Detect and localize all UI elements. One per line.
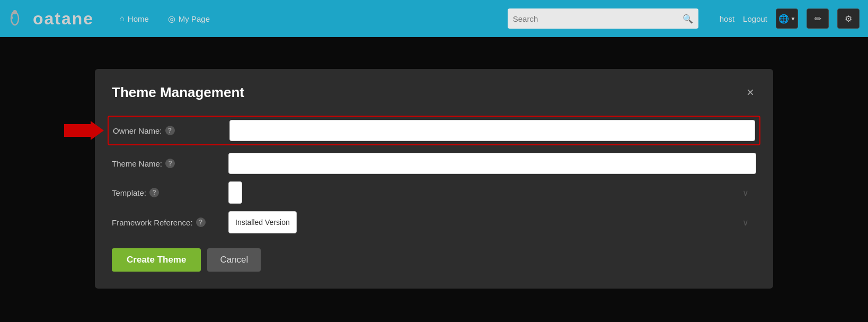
nav-globe-btn[interactable]: 🌐 ▼ <box>776 8 798 29</box>
framework-label: Framework Reference: ? <box>112 217 228 227</box>
owner-name-input[interactable] <box>229 120 755 141</box>
gear-icon: ⚙ <box>845 14 852 24</box>
modal-overlay: Theme Management × Owner Name: ? <box>0 37 868 322</box>
framework-select-wrapper: Installed Version <box>228 211 756 233</box>
theme-management-modal: Theme Management × Owner Name: ? <box>95 69 773 289</box>
theme-name-help-icon[interactable]: ? <box>165 159 175 168</box>
home-icon: ⌂ <box>119 14 125 23</box>
template-select[interactable] <box>228 181 242 204</box>
owner-name-form-row: Owner Name: ? <box>108 116 760 145</box>
navbar: oatane ⌂ Home ◎ My Page 🔍 host Logout 🌐 … <box>0 0 868 37</box>
owner-name-row-container: Owner Name: ? <box>112 116 756 145</box>
theme-name-input[interactable] <box>228 153 756 174</box>
template-select-wrapper <box>228 181 756 204</box>
nav-mypage[interactable]: ◎ My Page <box>164 12 214 26</box>
nav-mypage-label: My Page <box>179 14 210 23</box>
modal-close-button[interactable]: × <box>745 84 756 101</box>
modal-title: Theme Management <box>112 84 244 101</box>
nav-home[interactable]: ⌂ Home <box>115 12 153 25</box>
svg-marker-2 <box>64 121 104 140</box>
theme-name-form-row: Theme Name: ? <box>112 153 756 174</box>
logo-icon <box>8 8 29 29</box>
framework-help-icon[interactable]: ? <box>196 217 206 227</box>
nav-home-label: Home <box>128 14 149 23</box>
cancel-button[interactable]: Cancel <box>207 248 261 272</box>
globe-icon: 🌐 <box>778 14 789 24</box>
owner-name-help-icon[interactable]: ? <box>165 126 175 135</box>
pencil-icon: ✏ <box>814 14 821 24</box>
nav-user: host <box>720 14 734 23</box>
red-arrow-indicator <box>64 121 104 140</box>
mypage-icon: ◎ <box>168 14 175 24</box>
chevron-down-icon: ▼ <box>791 16 796 22</box>
nav-edit-btn[interactable]: ✏ <box>807 8 829 29</box>
nav-right: host Logout 🌐 ▼ ✏ ⚙ <box>720 8 860 29</box>
create-theme-button[interactable]: Create Theme <box>112 248 201 272</box>
search-input[interactable] <box>513 14 678 23</box>
owner-name-label: Owner Name: ? <box>113 126 229 135</box>
framework-form-row: Framework Reference: ? Installed Version <box>112 211 756 233</box>
modal-header: Theme Management × <box>112 84 756 101</box>
nav-settings-btn[interactable]: ⚙ <box>837 8 860 29</box>
svg-point-1 <box>13 10 17 14</box>
theme-name-label: Theme Name: ? <box>112 159 228 168</box>
logo-text: oatane <box>33 9 94 29</box>
content-area: Theme Management × Owner Name: ? <box>0 37 868 322</box>
template-help-icon[interactable]: ? <box>149 188 159 197</box>
search-bar: 🔍 <box>508 8 698 29</box>
framework-select[interactable]: Installed Version <box>228 211 297 233</box>
search-icon[interactable]: 🔍 <box>683 14 693 24</box>
nav-logout[interactable]: Logout <box>743 14 767 23</box>
template-form-row: Template: ? <box>112 181 756 204</box>
logo-area: oatane <box>8 8 94 29</box>
template-label: Template: ? <box>112 188 228 197</box>
modal-footer: Create Theme Cancel <box>112 248 756 272</box>
